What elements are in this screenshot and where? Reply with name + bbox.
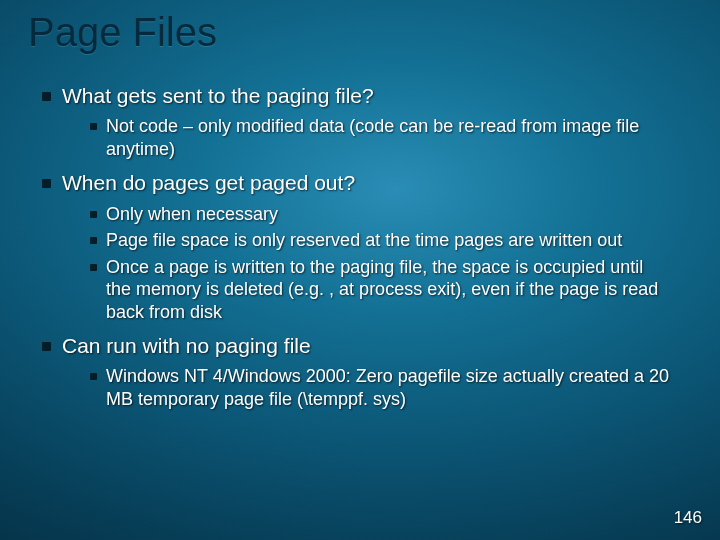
slide-title: Page Files: [28, 8, 692, 55]
bullet-list: What gets sent to the paging file? Not c…: [28, 83, 692, 410]
bullet-item: What gets sent to the paging file? Not c…: [42, 83, 692, 160]
bullet-text: When do pages get paged out?: [62, 171, 355, 194]
sub-bullet-item: Once a page is written to the paging fil…: [90, 256, 692, 324]
sub-bullet-item: Page file space is only reserved at the …: [90, 229, 692, 252]
bullet-item: When do pages get paged out? Only when n…: [42, 170, 692, 323]
bullet-item: Can run with no paging file Windows NT 4…: [42, 333, 692, 410]
page-number: 146: [674, 508, 702, 528]
bullet-text: What gets sent to the paging file?: [62, 84, 374, 107]
sub-bullet-item: Not code – only modified data (code can …: [90, 115, 692, 160]
sub-bullet-item: Only when necessary: [90, 203, 692, 226]
slide: Page Files What gets sent to the paging …: [0, 0, 720, 540]
bullet-text: Can run with no paging file: [62, 334, 311, 357]
sub-bullet-item: Windows NT 4/Windows 2000: Zero pagefile…: [90, 365, 692, 410]
sub-bullet-list: Windows NT 4/Windows 2000: Zero pagefile…: [62, 365, 692, 410]
sub-bullet-list: Only when necessary Page file space is o…: [62, 203, 692, 324]
sub-bullet-list: Not code – only modified data (code can …: [62, 115, 692, 160]
